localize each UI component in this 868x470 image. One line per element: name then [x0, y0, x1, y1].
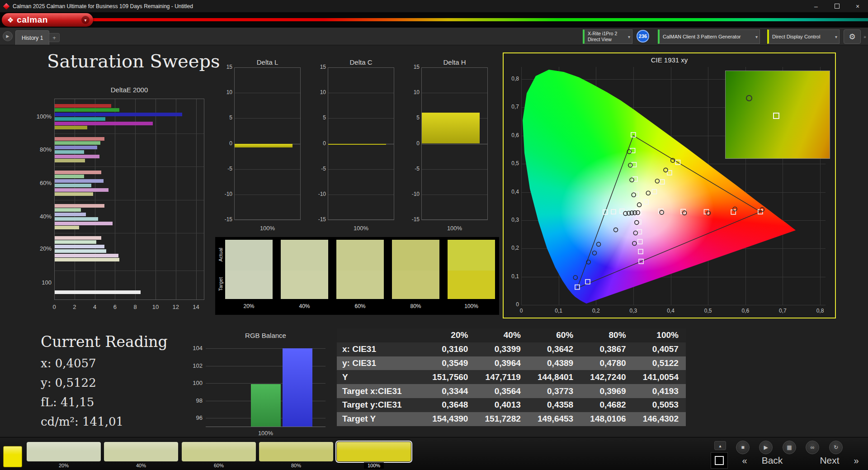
y-tick-label: -5 — [410, 166, 420, 172]
tab-overflow-button[interactable]: » — [862, 29, 868, 44]
x-tick-label: 0 — [47, 304, 61, 310]
reading-cdm2: cd/m²: 141,01 — [41, 415, 123, 434]
patch-40%[interactable] — [104, 442, 178, 461]
table-cell: 151,7560 — [423, 370, 475, 384]
actual-swatch — [392, 240, 439, 271]
target-marker — [644, 199, 648, 204]
refresh-button[interactable]: ↻ — [829, 441, 843, 454]
meter-dropdown-label: X-Rite i1Pro 2 Direct View — [588, 31, 617, 43]
next-button[interactable]: Next — [810, 454, 849, 467]
current-reading-values: x: 0,4057 y: 0,5122 fL: 41,15 cd/m²: 141… — [41, 356, 123, 434]
display-dropdown[interactable]: Direct Display Control ▾ — [767, 29, 840, 44]
y-tick-label: 10 — [410, 89, 420, 95]
y-tick-label: -10 — [222, 191, 232, 197]
table-cell: 151,7282 — [475, 412, 528, 426]
page-title: Saturation Sweeps — [47, 51, 220, 71]
chevron-down-icon: ▾ — [755, 34, 758, 39]
y-tick-label: 0 — [222, 140, 232, 147]
patch-label: 60% — [182, 463, 256, 468]
table-cell: 0,4682 — [580, 398, 633, 412]
chart-title: Delta H — [421, 58, 488, 66]
patch-100%[interactable] — [337, 442, 411, 461]
y-tick-label: 104 — [183, 345, 203, 351]
table-cell: 0,3549 — [423, 356, 475, 370]
patch-label-text: 100% — [364, 462, 384, 469]
value-bar — [422, 113, 480, 144]
eject-button[interactable]: ▴ — [714, 441, 726, 450]
bottom-bar: ▴ « Back Next » 20%40%60%80%100%■▶▦∞↻ — [0, 437, 868, 470]
table-row-label: Target x:CIE31 — [337, 384, 423, 398]
save-button[interactable]: ▦ — [783, 441, 796, 454]
y-tick-label: 15 — [316, 64, 326, 70]
y-tick-label: 10 — [316, 89, 326, 95]
target-marker — [638, 239, 642, 244]
stop-button[interactable]: ■ — [736, 441, 750, 454]
pattern-dropdown[interactable]: CalMAN Client 3 Pattern Generator ▾ — [658, 29, 760, 44]
meter-name: X-Rite i1Pro 2 — [588, 31, 617, 37]
patch-60%[interactable] — [182, 442, 256, 461]
patch-80%[interactable] — [259, 442, 333, 461]
gridline — [421, 220, 488, 220]
tab-scroll-button[interactable]: ▶ — [3, 31, 13, 41]
measurement-marker — [632, 242, 637, 246]
pattern-window-button[interactable] — [711, 452, 728, 469]
delta-c-chart: Delta C151050-5-10-15100% — [316, 57, 402, 234]
minimize-button[interactable]: – — [806, 0, 826, 12]
measurement-marker — [573, 275, 577, 280]
y-tick-label: -10 — [410, 191, 420, 197]
cie-inset-zoom — [725, 71, 830, 159]
cie-1931-panel: CIE 1931 xy000,10,10,20,20,30,30,40,40,5… — [503, 52, 836, 318]
table-cell: 0,3642 — [528, 342, 580, 356]
current-reading-title: Current Reading — [41, 333, 168, 351]
swatch-label: 60% — [336, 303, 384, 309]
back-button[interactable]: Back — [752, 454, 792, 467]
restore-button[interactable] — [826, 0, 847, 12]
measurement-marker — [655, 179, 659, 183]
chevron-down-icon: ▾ — [628, 34, 630, 39]
y-tick-label: 5 — [316, 114, 326, 121]
actual-row-label: Actual — [218, 241, 223, 268]
target-swatch — [448, 271, 495, 299]
table-cell: 0,3648 — [423, 398, 475, 412]
patch-label: 100% — [337, 463, 411, 468]
target-row-label: Target — [218, 271, 223, 298]
patch-20%[interactable] — [27, 442, 101, 461]
play-button[interactable]: ▶ — [759, 441, 773, 454]
reading-y: y: 0,5122 — [41, 376, 123, 395]
swatch-label: 40% — [281, 303, 328, 309]
x-tick-label: 4 — [88, 304, 102, 310]
link-button[interactable]: ∞ — [806, 441, 819, 454]
table-cell: 0,4780 — [580, 356, 633, 370]
table-cell: 0,3969 — [580, 384, 633, 398]
window-title: Calman 2025 Calman Ultimate for Business… — [13, 3, 193, 9]
table-cell: 0,4057 — [633, 342, 686, 356]
swatch-label: 20% — [225, 303, 273, 309]
table-cell: 0,3964 — [475, 356, 528, 370]
meter-dropdown[interactable]: X-Rite i1Pro 2 Direct View ▾ — [583, 29, 632, 44]
target-swatch — [392, 271, 439, 299]
y-tick-label: 15 — [410, 64, 420, 70]
settings-button[interactable]: ⚙ — [844, 29, 861, 44]
y-tick-label: 98 — [183, 397, 203, 404]
table-cell: 148,0106 — [580, 412, 633, 426]
table-cell: 141,0054 — [633, 370, 686, 384]
target-marker — [667, 171, 672, 175]
x-tick-label: 14 — [189, 304, 203, 310]
measurement-marker — [592, 251, 596, 255]
patch-label: 80% — [259, 463, 333, 468]
add-tab-button[interactable]: + — [49, 33, 60, 42]
window-controls: – × — [806, 0, 868, 12]
delta-h-chart: Delta H151050-5-10-15100% — [410, 57, 495, 234]
plot-border — [54, 99, 204, 300]
tab-history-1[interactable]: History 1 — [15, 30, 49, 45]
back-arrow-button[interactable]: « — [738, 454, 751, 467]
reading-x: x: 0,4057 — [41, 356, 123, 376]
table-row-label: x: CIE31 — [337, 342, 423, 356]
inset-measurement-dot — [746, 95, 752, 101]
y-tick-label: 20% — [30, 245, 52, 252]
close-button[interactable]: × — [847, 0, 868, 12]
chart-title: RGB Balance — [206, 332, 326, 339]
next-arrow-button[interactable]: » — [849, 454, 863, 467]
calman-menu-button[interactable]: ❖ calman ▾ — [2, 13, 93, 27]
chevron-down-icon: ▾ — [835, 34, 837, 39]
